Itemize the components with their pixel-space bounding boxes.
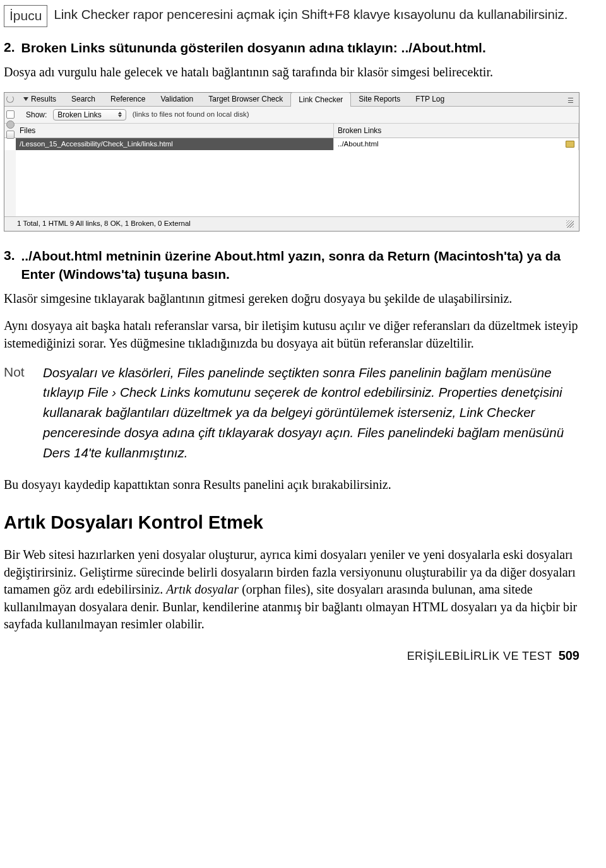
note-text: Dosyaları ve klasörleri, Files panelinde… [43,363,579,463]
link-checker-panel-screenshot: Results Search Reference Validation Targ… [4,92,579,232]
col-files: Files [16,124,334,138]
panel-left-icons [5,108,15,139]
stop-icon[interactable] [6,120,15,129]
step-number: 2. [4,38,15,57]
col-broken-links: Broken Links [334,124,579,138]
tab-site-reports[interactable]: Site Reports [351,92,408,106]
step-2: 2. Broken Links sütununda gösterilen dos… [4,38,579,57]
chevron-down-icon [23,97,28,101]
tab-target-browser-check[interactable]: Target Browser Check [201,92,290,106]
footer-page-number: 509 [559,647,579,664]
broken-link-value: ../About.html [338,139,379,150]
hint-block: İpucu Link Checker rapor penceresini açm… [4,5,579,27]
status-text: 1 Total, 1 HTML 9 All links, 8 OK, 1 Bro… [17,219,191,229]
section-body: Bir Web sitesi hazırlarken yeni dosyalar… [4,546,579,633]
cell-file-path: /Lesson_15_Accessibility/Check_Link/link… [16,138,334,151]
footer-title: ERİŞİLEBİLİRLİK VE TEST [407,648,552,664]
after-note-para: Bu dosyayı kaydedip kapattıktan sonra Re… [4,476,579,494]
dropdown-hint-text: (links to files not found on local disk) [133,110,249,120]
table-empty-area [16,150,579,216]
dropdown-stepper-icon [118,112,122,117]
busy-icon [6,95,14,103]
tab-validation[interactable]: Validation [153,92,201,106]
tab-link-checker[interactable]: Link Checker [290,92,351,107]
note-label: Not [4,363,34,463]
section-body-emph: Artık dosyalar [166,582,239,596]
folder-icon[interactable] [566,141,574,148]
step-text: Broken Links sütununda gösterilen dosyan… [21,38,486,57]
status-bar: 1 Total, 1 HTML 9 All links, 8 OK, 1 Bro… [4,216,579,231]
tab-reference[interactable]: Reference [103,92,153,106]
step-3: 3. ../About.html metninin üzerine About.… [4,247,579,284]
show-row: Show: Broken Links (links to files not f… [4,107,579,124]
note-block: Not Dosyaları ve klasörleri, Files panel… [4,363,579,463]
link-checker-panel: Results Search Reference Validation Targ… [4,92,579,232]
step-3-para-2: Aynı dosyaya ait başka hatalı referansla… [4,317,579,352]
hint-text: Link Checker rapor penceresini açmak içi… [54,5,567,27]
cell-broken-link[interactable]: ../About.html [334,138,579,151]
tab-results[interactable]: Results [16,92,64,106]
panel-tabs: Results Search Reference Validation Targ… [4,93,579,107]
show-label: Show: [26,110,47,120]
tab-ftp-log[interactable]: FTP Log [408,92,452,106]
table-header-row: Files Broken Links [4,124,579,138]
save-icon[interactable] [6,131,15,139]
tab-search[interactable]: Search [64,92,103,106]
show-dropdown[interactable]: Broken Links [53,109,126,120]
step-2-desc: Dosya adı vurgulu hale gelecek ve hatalı… [4,64,579,81]
section-heading: Artık Dosyaları Kontrol Etmek [4,510,579,535]
panel-options-icon[interactable]: ☰ [567,96,574,105]
resize-handle[interactable] [566,220,574,228]
step-number: 3. [4,247,15,284]
step-3-para-1: Klasör simgesine tıklayarak bağlantının … [4,290,579,308]
table-row[interactable]: /Lesson_15_Accessibility/Check_Link/link… [4,138,579,151]
document-page: İpucu Link Checker rapor penceresini açm… [0,0,606,677]
dropdown-value: Broken Links [57,110,101,120]
page-footer: ERİŞİLEBİLİRLİK VE TEST 509 [4,647,579,664]
step-text: ../About.html metninin üzerine About.htm… [21,247,579,284]
play-icon[interactable] [6,110,15,119]
hint-label: İpucu [4,5,47,27]
tab-results-label: Results [31,95,56,103]
